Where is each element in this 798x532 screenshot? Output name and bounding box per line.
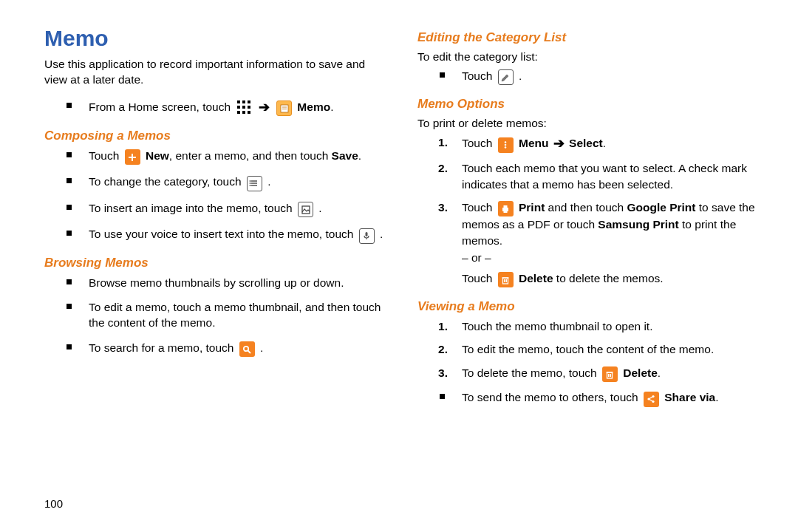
options-heading: Memo Options: [417, 97, 761, 112]
svg-rect-5: [248, 106, 250, 109]
edit-category-intro: To edit the category list:: [417, 50, 761, 65]
edit-category-touch-item: Touch .: [451, 68, 761, 86]
intro-text: Use this application to record important…: [44, 57, 388, 88]
mic-icon: [359, 228, 375, 244]
image-icon: [298, 202, 313, 217]
search-icon: [239, 341, 255, 357]
svg-line-22: [248, 350, 251, 353]
voice-input-item: To use your voice to insert text into th…: [78, 226, 388, 244]
svg-line-42: [649, 397, 653, 400]
browsing-heading: Browsing Memos: [44, 256, 388, 270]
apps-grid-icon: [236, 99, 251, 115]
right-column: Editing the Category List To edit the ca…: [417, 26, 761, 532]
insert-image-item: To insert an image into the memo, touch …: [78, 200, 388, 218]
trash-icon: [602, 366, 618, 382]
browse-scroll-item: Browse memo thumbnails by scrolling up o…: [78, 275, 388, 290]
composing-heading: Composing a Memos: [44, 129, 388, 143]
send-memo-item: To send the memo to others, touch Share …: [451, 389, 761, 407]
arrow-icon: ➔: [257, 100, 271, 115]
left-column: Memo Use this application to record impo…: [44, 26, 388, 532]
viewing-step-1: Touch the memo thumbnail to open it.: [451, 318, 761, 334]
share-icon: [644, 392, 659, 407]
menu-icon: [498, 137, 514, 153]
svg-rect-27: [504, 205, 508, 208]
browse-search-item: To search for a memo, touch .: [78, 340, 388, 358]
from-home-item: From a Home screen, touch ➔ Memo.: [78, 98, 388, 117]
edit-category-heading: Editing the Category List: [417, 30, 761, 45]
svg-point-24: [505, 144, 507, 146]
trash-icon: [498, 272, 514, 287]
svg-rect-1: [242, 100, 245, 103]
svg-line-43: [649, 399, 653, 402]
svg-rect-28: [504, 211, 508, 213]
memo-app-icon: [276, 100, 292, 116]
pencil-icon: [498, 69, 514, 85]
svg-rect-7: [242, 111, 245, 114]
svg-point-23: [505, 142, 507, 144]
svg-rect-19: [366, 232, 368, 236]
options-step-1: Touch Menu ➔ Select.: [451, 134, 761, 153]
svg-rect-8: [248, 111, 250, 114]
options-intro: To print or delete memos:: [417, 116, 761, 132]
svg-point-25: [505, 147, 507, 149]
manual-page: Memo Use this application to record impo…: [0, 0, 798, 532]
svg-point-21: [244, 347, 248, 351]
page-title: Memo: [44, 26, 388, 51]
or-text: – or –: [462, 250, 761, 265]
svg-rect-6: [237, 111, 240, 114]
viewing-step-3: To delete the memo, touch Delete.: [451, 365, 761, 383]
change-category-item: To change the category, touch .: [78, 174, 388, 191]
viewing-heading: Viewing a Memo: [417, 299, 761, 314]
svg-rect-3: [237, 106, 240, 109]
browse-edit-item: To edit a memo, touch a memo thumbnail, …: [78, 299, 388, 331]
plus-icon: [125, 149, 140, 165]
page-number: 100: [44, 497, 63, 510]
svg-rect-9: [281, 105, 288, 112]
compose-new-item: Touch New, enter a memo, and then touch …: [78, 148, 388, 166]
svg-point-17: [250, 185, 251, 186]
viewing-step-2: To edit the memo, touch the content of t…: [451, 341, 761, 357]
svg-rect-0: [237, 100, 240, 103]
list-icon: [247, 176, 262, 191]
svg-point-16: [250, 183, 251, 184]
svg-rect-4: [242, 106, 245, 109]
print-icon: [498, 201, 514, 216]
svg-point-15: [250, 180, 251, 182]
svg-rect-2: [248, 100, 250, 103]
options-step-2: Touch each memo that you want to select.…: [451, 160, 761, 192]
options-step-3: Touch Print and then touch Google Print …: [451, 200, 761, 287]
